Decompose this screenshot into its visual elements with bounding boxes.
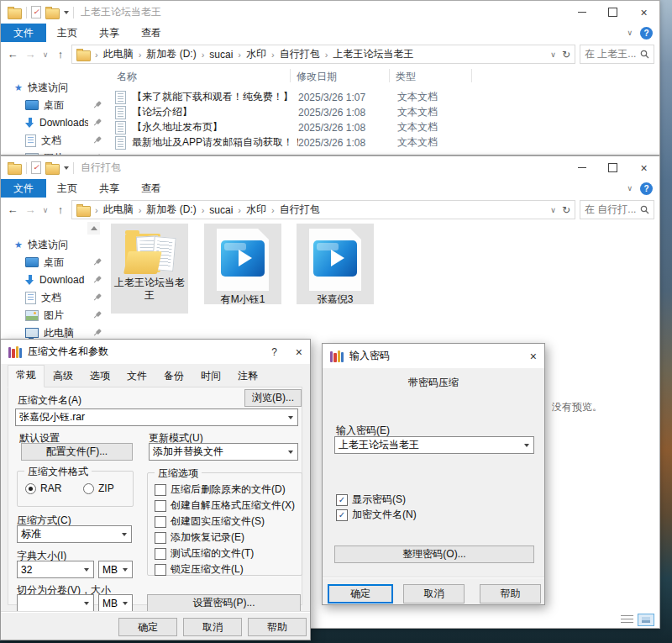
properties-icon[interactable]: ✓	[31, 161, 41, 174]
option-delete-files[interactable]: 压缩后删除原来的文件(D)	[155, 482, 286, 497]
details-view-icon[interactable]	[621, 615, 633, 625]
help-button[interactable]: 帮助	[248, 618, 307, 636]
menu-share[interactable]: 共享	[88, 179, 130, 198]
show-password-checkbox[interactable]: ✓ 显示密码(S)	[336, 493, 406, 507]
tab-backup[interactable]: 备份	[155, 366, 192, 387]
properties-icon[interactable]: ✓	[31, 6, 41, 18]
breadcrumb-item[interactable]: 上老王论坛当老王	[333, 47, 413, 61]
forward-button[interactable]: →	[24, 203, 37, 216]
format-zip-radio[interactable]: ZIP	[83, 482, 114, 494]
address-bar[interactable]: › 此电脑 › 新加卷 (D:) › sucai › 水印 › 自行打包 ∨ ↻	[71, 200, 575, 219]
menu-view[interactable]: 查看	[130, 179, 172, 198]
close-button[interactable]: ×	[628, 1, 659, 24]
sidebar-item-downloads[interactable]: Download	[1, 271, 108, 288]
tab-comment[interactable]: 注释	[229, 366, 266, 387]
ribbon-expand-icon[interactable]: ∨	[627, 184, 633, 192]
chevron-down-icon[interactable]	[80, 595, 93, 611]
breadcrumb-item[interactable]: 新加卷 (D:)	[146, 203, 196, 217]
chevron-down-icon[interactable]	[64, 11, 69, 17]
forward-button[interactable]: →	[24, 48, 37, 61]
video-item-xiaoyu[interactable]: 有M小钰1	[204, 224, 281, 304]
option-lock[interactable]: 锁定压缩文件(L)	[155, 562, 244, 577]
new-folder-icon[interactable]	[45, 8, 60, 19]
recent-locations-icon[interactable]: ∨	[41, 206, 50, 214]
menu-share[interactable]: 共享	[88, 24, 130, 42]
recent-locations-icon[interactable]: ∨	[41, 50, 50, 59]
titlebar[interactable]: ✓ 上老王论坛当老王 ×	[1, 1, 659, 24]
breadcrumb-item[interactable]: 新加卷 (D:)	[146, 47, 196, 61]
browse-button[interactable]: 浏览(B)...	[244, 389, 302, 407]
breadcrumb-item[interactable]: sucai	[209, 49, 233, 61]
chevron-down-icon[interactable]	[64, 166, 69, 172]
close-button[interactable]: ×	[628, 156, 659, 179]
breadcrumb-item[interactable]: 水印	[246, 47, 266, 61]
menu-file[interactable]: 文件	[1, 179, 46, 198]
option-solid[interactable]: 创建固实压缩文件(S)	[155, 514, 265, 529]
maximize-button[interactable]	[597, 156, 628, 179]
dialog-titlebar[interactable]: 输入密码 ×	[323, 344, 544, 368]
sidebar-item-pictures[interactable]: 图片	[1, 150, 108, 155]
chevron-down-icon[interactable]	[520, 437, 533, 453]
search-input[interactable]: 在 上老王...	[580, 45, 654, 64]
ok-button[interactable]: 确定	[118, 618, 177, 636]
dialog-close-icon[interactable]: ×	[530, 350, 537, 363]
menu-file[interactable]: 文件	[1, 24, 46, 42]
chevron-down-icon[interactable]	[284, 444, 297, 460]
folder-item-laowang[interactable]: 上老王论坛当老王	[111, 224, 188, 314]
chevron-down-icon[interactable]	[118, 595, 132, 611]
table-row[interactable]: 【论坛介绍】 2025/3/26 1:08 文本文档	[115, 105, 653, 119]
menu-view[interactable]: 查看	[130, 24, 172, 42]
breadcrumb-item[interactable]: 此电脑	[103, 203, 134, 217]
minimize-button[interactable]	[566, 1, 597, 24]
option-sfx[interactable]: 创建自解压格式压缩文件(X)	[155, 498, 295, 513]
maximize-button[interactable]	[597, 1, 628, 24]
option-recovery-record[interactable]: 添加恢复记录(E)	[155, 530, 244, 545]
cancel-button[interactable]: 取消	[403, 584, 465, 603]
help-icon[interactable]: ?	[640, 182, 653, 195]
encrypt-filenames-checkbox[interactable]: ✓ 加密文件名(N)	[336, 508, 417, 522]
password-combobox[interactable]: 上老王论坛当老王	[334, 436, 534, 454]
breadcrumb-item[interactable]: 水印	[246, 203, 266, 217]
breadcrumb-item[interactable]: 自行打包	[280, 203, 320, 217]
sidebar-item-documents[interactable]: 文档	[1, 289, 108, 306]
table-row[interactable]: 最新地址及APP请发邮箱自动获取！！！ 2025/3/26 1:08 文本文档	[115, 135, 653, 150]
cancel-button[interactable]: 取消	[183, 618, 242, 636]
ribbon-expand-icon[interactable]: ∨	[627, 29, 633, 37]
dialog-close-icon[interactable]: ×	[296, 345, 302, 359]
titlebar[interactable]: ✓ 自行打包 ×	[1, 156, 659, 179]
column-header-type[interactable]: 类型	[396, 70, 416, 84]
option-test[interactable]: 测试压缩的文件(T)	[155, 546, 254, 561]
help-icon[interactable]: ?	[640, 27, 653, 40]
method-combobox[interactable]: 标准	[17, 525, 132, 543]
up-button[interactable]: ↑	[54, 48, 67, 61]
tab-advanced[interactable]: 高级	[45, 366, 81, 387]
up-button[interactable]: ↑	[54, 203, 67, 216]
table-row[interactable]: 【永久地址发布页】 2025/3/26 1:08 文本文档	[115, 120, 653, 134]
sidebar-item-downloads[interactable]: Downloads	[1, 114, 108, 131]
address-dropdown-icon[interactable]: ∨	[550, 206, 556, 214]
dictionary-unit-combobox[interactable]: MB	[98, 561, 133, 578]
chevron-down-icon[interactable]	[118, 561, 132, 577]
chevron-down-icon[interactable]	[80, 561, 93, 577]
thumbnail-view-icon[interactable]	[638, 614, 654, 626]
split-volume-combobox[interactable]	[17, 594, 94, 612]
breadcrumb-item[interactable]: sucai	[209, 204, 233, 216]
dictionary-combobox[interactable]: 32	[17, 561, 94, 578]
archive-name-combobox[interactable]: 张嘉倪小钰.rar	[15, 408, 298, 426]
sidebar-item-documents[interactable]: 文档	[1, 132, 108, 149]
breadcrumb-item[interactable]: 此电脑	[103, 47, 134, 61]
ok-button[interactable]: 确定	[328, 584, 393, 603]
tab-files[interactable]: 文件	[118, 366, 155, 387]
chevron-down-icon[interactable]	[118, 526, 131, 542]
tab-time[interactable]: 时间	[192, 366, 229, 387]
menu-home[interactable]: 主页	[46, 179, 88, 198]
sidebar-item-quick-access[interactable]: ★ 快速访问	[1, 236, 108, 253]
scrollbar-up-button[interactable]	[87, 222, 100, 235]
search-input[interactable]: 在 自行打...	[580, 200, 654, 219]
address-bar[interactable]: › 此电脑 › 新加卷 (D:) › sucai › 水印 › 自行打包 › 上…	[71, 45, 575, 64]
profile-button[interactable]: 配置文件(F)...	[21, 443, 133, 461]
split-unit-combobox[interactable]: MB	[98, 594, 133, 612]
help-button[interactable]: 帮助	[480, 584, 541, 603]
back-button[interactable]: ←	[6, 48, 19, 61]
refresh-icon[interactable]: ↻	[562, 49, 570, 61]
